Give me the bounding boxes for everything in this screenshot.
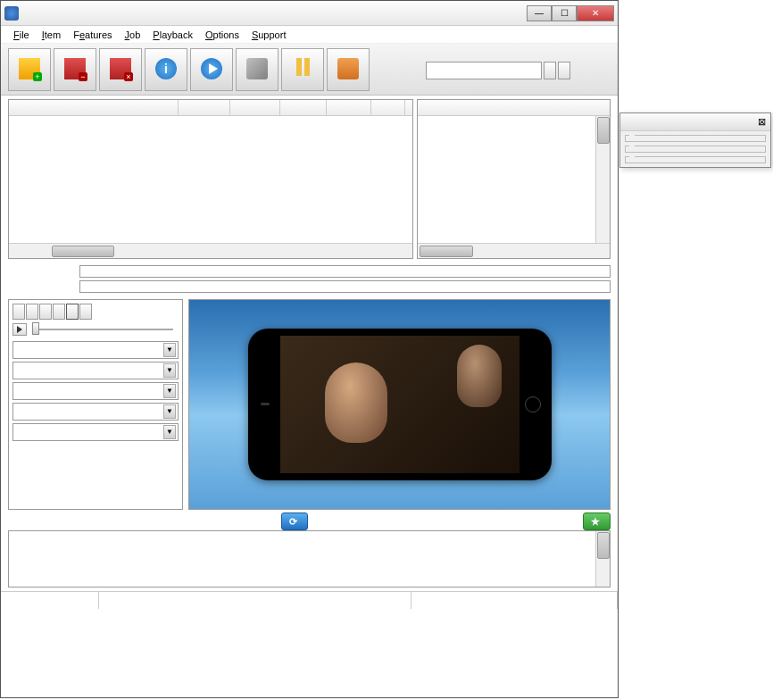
- performance-group: [625, 156, 766, 163]
- table-hscroll[interactable]: [9, 243, 412, 258]
- statistics-title: [625, 116, 758, 128]
- col-name[interactable]: [9, 100, 179, 115]
- tab-audio[interactable]: [66, 304, 79, 320]
- chevron-down-icon: ▼: [163, 343, 176, 357]
- status-bar: [1, 591, 618, 609]
- stop-icon: [337, 58, 359, 79]
- title-bar: — ☐ ✕: [1, 1, 618, 26]
- add-icon: [19, 58, 40, 79]
- close-button[interactable]: ✕: [577, 5, 614, 21]
- play-icon: [201, 58, 222, 79]
- status-state: [1, 592, 99, 609]
- video-preview: [188, 299, 611, 510]
- col-size[interactable]: [179, 100, 230, 115]
- properties-vscroll[interactable]: [595, 116, 610, 243]
- menu-file[interactable]: File: [8, 28, 35, 42]
- menu-playback[interactable]: Playback: [147, 28, 198, 42]
- file-table: [8, 99, 413, 259]
- status-hardware: [99, 592, 411, 609]
- format-combo[interactable]: ▼: [12, 341, 179, 359]
- home-button-icon: [525, 396, 541, 412]
- output-folder-input[interactable]: [426, 62, 542, 79]
- browse-button[interactable]: [544, 62, 556, 79]
- pause-button[interactable]: [281, 48, 324, 91]
- delete-icon: [64, 58, 86, 79]
- play-button[interactable]: [190, 48, 233, 91]
- video-bitrate-combo[interactable]: ▼: [12, 382, 179, 400]
- properties-header: [418, 100, 610, 116]
- queue-stats-group: [625, 135, 766, 142]
- fps-combo[interactable]: ▼: [12, 362, 179, 379]
- preview-play-icon[interactable]: [12, 323, 27, 336]
- encoding-combo[interactable]: ▼: [12, 423, 179, 441]
- tab-options[interactable]: [79, 304, 92, 320]
- news-vscroll[interactable]: [595, 531, 610, 587]
- tab-crop[interactable]: [26, 304, 38, 320]
- stats-close-icon[interactable]: ⊠: [758, 116, 766, 128]
- chevron-down-icon: ▼: [163, 425, 176, 439]
- pause-icon: [292, 58, 313, 79]
- info-button[interactable]: i: [145, 48, 187, 91]
- col-state[interactable]: [280, 100, 327, 115]
- settings-pane: ▼ ▼ ▼ ▼ ▼: [8, 299, 183, 510]
- current-task-progress: [79, 265, 611, 278]
- menu-features[interactable]: Features: [68, 28, 117, 42]
- col-type[interactable]: [371, 100, 405, 115]
- iphone-frame: [248, 329, 552, 480]
- maximize-button[interactable]: ☐: [552, 5, 577, 21]
- stop-button[interactable]: [327, 48, 370, 91]
- menu-support[interactable]: Support: [246, 28, 292, 42]
- task-stats-group: [625, 146, 766, 153]
- chevron-down-icon: ▼: [163, 404, 176, 419]
- statistics-window: ⊠: [619, 112, 771, 168]
- tab-effects[interactable]: [12, 304, 25, 320]
- minimize-button[interactable]: —: [527, 5, 552, 21]
- col-duration[interactable]: [230, 100, 280, 115]
- app-icon: [4, 6, 19, 21]
- tab-time[interactable]: [53, 304, 65, 320]
- seek-slider[interactable]: [32, 329, 173, 330]
- chevron-down-icon: ▼: [163, 363, 176, 378]
- add-button[interactable]: [8, 48, 51, 91]
- menu-job[interactable]: Job: [120, 28, 146, 42]
- star-icon: ★: [591, 516, 600, 528]
- delete-button[interactable]: [54, 48, 96, 91]
- audio-bitrate-combo[interactable]: ▼: [12, 403, 179, 421]
- col-speed[interactable]: [327, 100, 371, 115]
- refresh-button[interactable]: ⟳: [281, 512, 308, 530]
- properties-hscroll[interactable]: [418, 243, 610, 258]
- chevron-down-icon: ▼: [163, 384, 176, 398]
- empty-icon: [110, 58, 131, 79]
- tab-subtitle[interactable]: [39, 304, 52, 320]
- news-content: [8, 530, 611, 588]
- menu-options[interactable]: Options: [200, 28, 245, 42]
- donate-button[interactable]: ★: [583, 512, 611, 530]
- empty-button[interactable]: [99, 48, 142, 91]
- menu-bar: File Item Features Job Playback Options …: [1, 26, 618, 44]
- info-icon: i: [155, 58, 177, 79]
- status-source: [411, 592, 618, 609]
- total-tasks-progress: [79, 280, 611, 293]
- open-folder-button[interactable]: [558, 62, 570, 79]
- menu-item[interactable]: Item: [37, 28, 66, 42]
- settings-button[interactable]: [236, 48, 278, 91]
- toolbar: i: [1, 44, 618, 96]
- refresh-icon: ⟳: [289, 516, 297, 528]
- properties-panel: [417, 99, 611, 259]
- wrench-icon: [246, 58, 268, 79]
